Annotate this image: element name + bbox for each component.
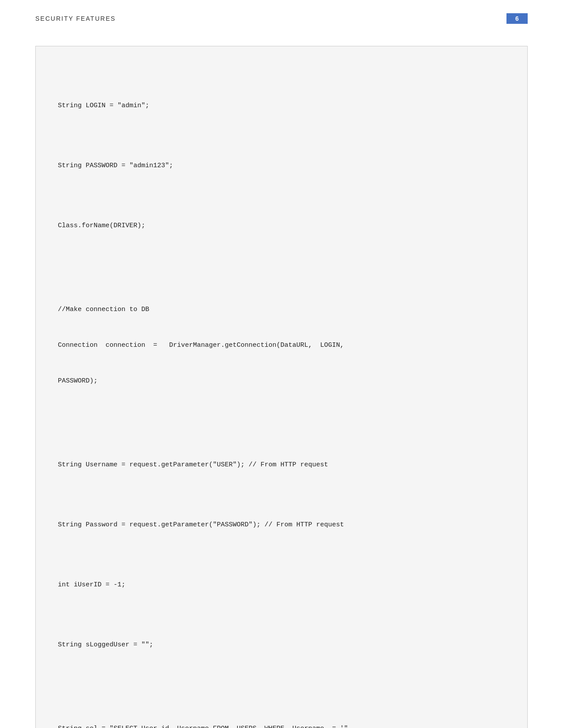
page-header: SECURITY FEATURES 6 xyxy=(0,0,563,33)
code-block: String LOGIN = "admin"; String PASSWORD … xyxy=(58,64,505,728)
code-line-4a: //Make connection to DB xyxy=(58,304,505,315)
code-line-1: String LOGIN = "admin"; xyxy=(58,100,505,112)
code-line-group-4: //Make connection to DB Connection conne… xyxy=(58,280,505,411)
code-line-8: String sLoggedUser = ""; xyxy=(58,639,505,651)
code-line-3: Class.forName(DRIVER); xyxy=(58,220,505,232)
code-line-5: String Username = request.getParameter("… xyxy=(58,459,505,471)
code-line-6: String Password = request.getParameter("… xyxy=(58,519,505,531)
page-title: SECURITY FEATURES xyxy=(35,15,116,22)
code-line-9a: String sel = "SELECT User_id, Username F… xyxy=(58,723,505,728)
code-line-group-9: String sel = "SELECT User_id, Username F… xyxy=(58,699,505,728)
code-line-4c: PASSWORD); xyxy=(58,375,505,387)
code-container: String LOGIN = "admin"; String PASSWORD … xyxy=(35,46,528,728)
code-line-4b: Connection connection = DriverManager.ge… xyxy=(58,339,505,351)
code-line-7: int iUserID = -1; xyxy=(58,579,505,591)
page-number-badge: 6 xyxy=(506,13,528,24)
code-line-2: String PASSWORD = "admin123"; xyxy=(58,160,505,172)
